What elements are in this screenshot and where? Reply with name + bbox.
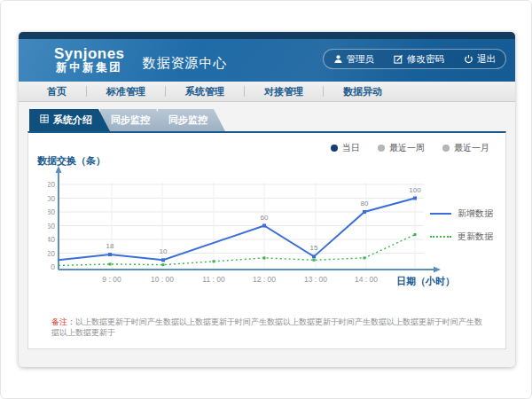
svg-text:100: 100 [409,186,421,194]
svg-text:0: 0 [51,262,55,271]
svg-text:9 : 00: 9 : 00 [102,275,121,284]
svg-text:100: 100 [48,194,55,203]
svg-text:40: 40 [48,235,55,244]
tab-1[interactable]: 系统介绍 [29,109,110,131]
range-radio-3[interactable]: 最近一月 [442,142,489,154]
app-window: Synjones 新中新集团 数据资源中心 管理员修改密码退出 首页标准管理系统… [19,32,515,367]
tab-2[interactable]: 同步监控 [100,109,168,131]
svg-text:14 : 00: 14 : 00 [355,275,378,284]
brand-logo-cn: 新中新集团 [54,62,125,74]
screenshot-frame: Synjones 新中新集团 数据资源中心 管理员修改密码退出 首页标准管理系统… [0,0,532,399]
legend-line-sample [430,213,451,215]
user-action-1[interactable]: 管理员 [324,53,385,66]
nav-item-3[interactable]: 系统管理 [180,85,230,98]
tab-bar: 系统介绍同步监控同步监控 [29,109,215,131]
chart-legend: 新增数据更新数据 [430,207,493,243]
nav-item-4[interactable]: 对接管理 [259,85,309,98]
nav-item-5[interactable]: 数据异动 [338,85,387,98]
x-axis-title: 日期（小时） [396,275,455,288]
range-radio-1[interactable]: 当日 [331,142,360,154]
svg-text:12 : 00: 12 : 00 [253,275,276,284]
grid-icon [40,109,49,131]
svg-text:60: 60 [261,214,269,222]
radio-dot-icon [378,145,385,152]
user-icon [333,54,343,64]
nav-item-2[interactable]: 标准管理 [101,85,151,98]
nav-separator [165,86,166,97]
power-icon [464,54,473,64]
main-nav: 首页标准管理系统管理对接管理数据异动 [19,82,515,102]
user-toolbar: 管理员修改密码退出 [323,49,507,69]
svg-text:13 : 00: 13 : 00 [304,275,327,284]
svg-text:20: 20 [48,249,55,258]
legend-item-1: 新增数据 [430,207,493,220]
svg-text:10: 10 [160,247,168,255]
legend-line-sample [430,236,451,238]
nav-item-1[interactable]: 首页 [42,85,72,98]
range-filter-group: 当日最近一周最近一月 [331,142,489,154]
footnote-label: 备注： [51,317,75,326]
svg-text:80: 80 [361,200,369,207]
svg-text:18: 18 [106,242,114,250]
svg-text:60: 60 [48,222,55,231]
brand-logo: Synjones 新中新集团 [54,46,125,74]
user-action-3[interactable]: 退出 [454,53,505,66]
footnote: 备注：以上数据更新于时间产生数据以上数据更新于时间产生数据以上数据更新于时间产生… [51,317,488,338]
svg-text:11 : 00: 11 : 00 [202,275,225,284]
nav-separator [244,86,245,97]
tab-3[interactable]: 同步监控 [158,109,225,131]
svg-text:10 : 00: 10 : 00 [151,275,174,284]
content-area: 系统介绍同步监控同步监控 当日最近一周最近一月 数据交换（条） 02040608… [19,102,515,367]
svg-text:120: 120 [48,180,55,189]
range-radio-2[interactable]: 最近一周 [378,142,425,154]
chart-panel: 当日最近一周最近一月 数据交换（条） 0204060801001209 : 00… [27,131,506,349]
radio-dot-icon [331,145,338,152]
legend-item-2: 更新数据 [430,231,493,243]
window-title-strip [19,32,515,39]
user-action-2[interactable]: 修改密码 [384,53,454,66]
nav-separator [86,86,87,97]
radio-dot-icon [442,145,450,152]
footnote-text: 以上数据更新于时间产生数据以上数据更新于时间产生数据以上数据更新于时间产生数据以… [51,317,482,337]
edit-icon [394,54,403,64]
app-header: Synjones 新中新集团 数据资源中心 管理员修改密码退出 [19,39,515,82]
svg-text:80: 80 [48,207,55,216]
brand-logo-en: Synjones [54,46,125,63]
line-chart: 0204060801001209 : 0010 : 0011 : 0012 : … [48,163,447,298]
page-title: 数据资源中心 [143,55,228,72]
nav-separator [323,86,324,97]
svg-text:15: 15 [310,244,318,252]
